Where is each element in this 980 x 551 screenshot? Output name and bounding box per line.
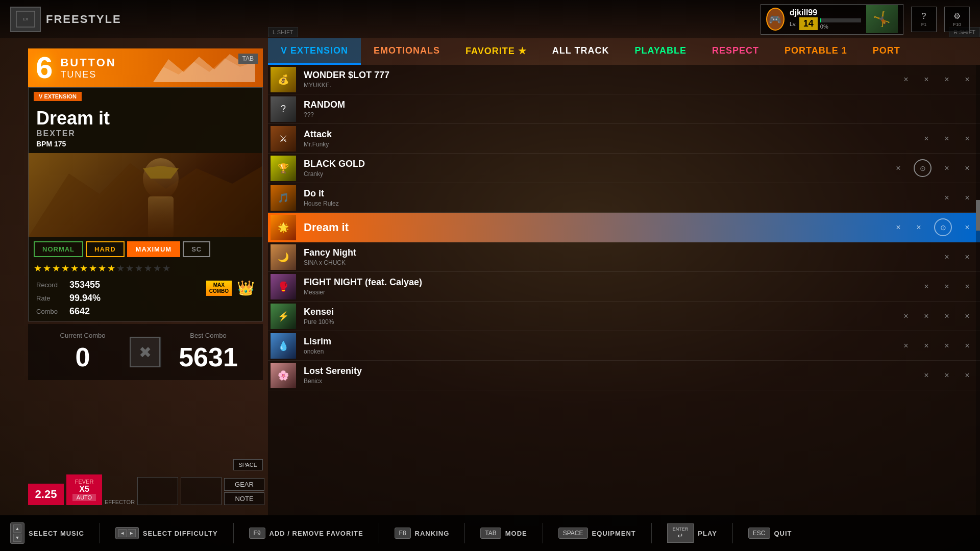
level-badge: 14: [799, 17, 818, 30]
song-row-lisrim[interactable]: 💧 Lisrim onoken × × × ×: [268, 331, 980, 361]
song-name-doit: Do it House Rulez: [304, 188, 942, 207]
tab-respect[interactable]: RESPECT: [699, 38, 772, 65]
tab-v-extension[interactable]: V EXTENSION: [268, 38, 361, 65]
rate-item: Rate 99.94%: [36, 293, 101, 304]
song-thumb-lostserenity: 🌸: [271, 363, 296, 388]
button-text: BUTTON TUNES: [60, 56, 116, 80]
fever-auto: AUTO: [72, 494, 96, 501]
player-card: 🎮 djkill99 Lv. 14 0% 🤸: [761, 4, 903, 35]
help-button[interactable]: ? F1: [911, 7, 937, 32]
song-thumb-wonder: 💰: [271, 67, 296, 92]
song-list: 💰 WONDER $LOT 777 MYUKKE. × × × × ? RAND…: [268, 65, 980, 515]
mode-label-bottom: MODE: [505, 530, 527, 537]
settings-button[interactable]: ⚙ F10: [944, 7, 970, 32]
scrollbar-track[interactable]: [976, 65, 980, 515]
tabs-row: L SHIFT R SHIFT V EXTENSION EMOTIONALS F…: [268, 38, 980, 65]
xp-bar-fill: [820, 18, 821, 22]
button-count: 6: [36, 53, 53, 83]
speed-value: 2.25: [34, 488, 58, 501]
quit-action: ESC QUIT: [748, 528, 792, 539]
diff-maximum[interactable]: MAXIMUM: [127, 241, 181, 257]
song-row-random[interactable]: ? RANDOM ???: [268, 94, 980, 124]
v-extension-badge: V EXTENSION: [34, 92, 82, 101]
song-actions-lisrim: × × × ×: [901, 341, 972, 350]
song-row-dreamit[interactable]: 🌟 Dream it × × ⊙ ×: [268, 213, 980, 242]
action-special-dreamit[interactable]: ⊙: [934, 218, 952, 236]
song-actions-fancynight: × ×: [942, 253, 972, 262]
mode-label: FREESTYLE: [46, 13, 121, 26]
record-item: Record 353455: [36, 280, 101, 290]
song-row-doit[interactable]: 🎵 Do it House Rulez × ×: [268, 183, 980, 213]
song-thumb-attack: ⚔: [271, 126, 296, 152]
song-row-fightnight[interactable]: 🥊 FIGHT NIGHT (feat. Calyae) Messier × ×…: [268, 272, 980, 302]
song-actions-lostserenity: × × ×: [921, 371, 972, 380]
divider-1: [100, 523, 100, 543]
stars-row: ★ ★ ★ ★ ★ ★ ★ ★ ★ ★ ★ ★ ★ ★ ★: [29, 261, 262, 276]
song-name-attack: Attack Mr.Funky: [304, 129, 921, 148]
song-row-lostserenity[interactable]: 🌸 Lost Serenity Benicx × × ×: [268, 361, 980, 390]
select-difficulty-action: ◄ ► SELECT DIFFICULTY: [115, 527, 218, 539]
difficulty-row: NORMAL HARD MAXIMUM SC: [29, 237, 262, 261]
song-row-wonder[interactable]: 💰 WONDER $LOT 777 MYUKKE. × × × ×: [268, 65, 980, 94]
player-info: djkill99 Lv. 14 0%: [790, 8, 861, 30]
space-key: SPACE: [558, 528, 588, 539]
song-actions-blackgold: × ⊙ × ×: [893, 159, 972, 177]
add-favorite-action: F9 ADD / REMOVE FAVORITE: [249, 528, 363, 539]
bottom-bar: ▲ ▼ SELECT MUSIC ◄ ► SELECT DIFFICULTY F…: [0, 515, 980, 551]
top-bar: EX FREESTYLE 🎮 djkill99 Lv. 14 0%: [0, 0, 980, 38]
song-thumb-dreamit: 🌟: [271, 215, 296, 240]
song-thumb-blackgold: 🏆: [271, 156, 296, 181]
button-label: BUTTON: [60, 56, 116, 69]
song-row-blackgold[interactable]: 🏆 BLACK GOLD Cranky × ⊙ × ×: [268, 154, 980, 183]
tab-port[interactable]: PORT: [860, 38, 913, 65]
song-name-fancynight: Fancy Night SiNA x CHUCK: [304, 247, 942, 266]
song-row-fancynight[interactable]: 🌙 Fancy Night SiNA x CHUCK × ×: [268, 242, 980, 272]
quit-label: QUIT: [774, 530, 792, 537]
select-music-label: SELECT MUSIC: [29, 530, 84, 537]
song-name-lisrim: Lisrim onoken: [304, 336, 901, 355]
diff-normal[interactable]: NORMAL: [34, 241, 83, 257]
play-action: ENTER ↵ PLAY: [667, 523, 717, 543]
divider-6: [651, 523, 652, 543]
action-special-blackgold[interactable]: ⊙: [914, 159, 932, 177]
avatar: 🎮: [766, 8, 785, 31]
score-labels: Record 353455 Rate 99.94% Combo 6642: [36, 280, 101, 317]
diff-sc[interactable]: SC: [183, 241, 210, 257]
song-actions-attack: × × ×: [921, 134, 972, 143]
tab-emotionals[interactable]: EMOTIONALS: [361, 38, 453, 65]
song-row-attack[interactable]: ⚔ Attack Mr.Funky × × ×: [268, 124, 980, 154]
divider-4: [464, 523, 465, 543]
mode-action: TAB MODE: [480, 528, 527, 539]
tab-favorite[interactable]: FAVORITE ★: [453, 38, 540, 65]
song-actions-dreamit: × × ⊙ ×: [893, 218, 972, 236]
gear-button[interactable]: GEAR: [224, 478, 264, 491]
tab-all-track[interactable]: ALL TRACK: [540, 38, 622, 65]
space-button[interactable]: SPACE: [233, 459, 263, 470]
right-panel: L SHIFT R SHIFT V EXTENSION EMOTIONALS F…: [268, 38, 980, 515]
tab-playable[interactable]: PLAYABLE: [622, 38, 699, 65]
speed-control[interactable]: 2.25: [28, 484, 64, 505]
max-combo-badge: MAXCOMBO: [206, 281, 232, 296]
fever-control[interactable]: FEVER X5 AUTO: [66, 474, 102, 505]
logo-area: EX FREESTYLE: [10, 7, 121, 32]
note-button[interactable]: NOTE: [224, 492, 264, 505]
divider-3: [379, 523, 379, 543]
bottom-controls: SPACE 2.25 FEVER X5 AUTO EFFECTOR GEAR N…: [28, 474, 263, 505]
song-bpm: BPM 175: [36, 140, 255, 148]
song-name-fightnight: FIGHT NIGHT (feat. Calyae) Messier: [304, 277, 921, 296]
esc-key: ESC: [748, 528, 770, 539]
select-music-key: ▲ ▼: [10, 522, 24, 544]
diff-hard[interactable]: HARD: [86, 241, 125, 257]
fever-label: FEVER: [72, 479, 96, 485]
song-row-kensei[interactable]: ⚡ Kensei Pure 100% × × × ×: [268, 302, 980, 331]
mode-decoration: [124, 54, 255, 82]
song-name-dreamit: Dream it: [304, 221, 893, 234]
scrollbar-thumb[interactable]: [976, 200, 980, 231]
select-difficulty-label: SELECT DIFFICULTY: [143, 530, 218, 537]
player-percent: 0%: [820, 23, 861, 30]
empty-slots: [137, 477, 222, 505]
logo-icon: EX: [10, 7, 41, 32]
select-difficulty-key: ◄ ►: [115, 527, 139, 539]
divider-5: [543, 523, 543, 543]
tab-portable1[interactable]: PORTABLE 1: [772, 38, 860, 65]
